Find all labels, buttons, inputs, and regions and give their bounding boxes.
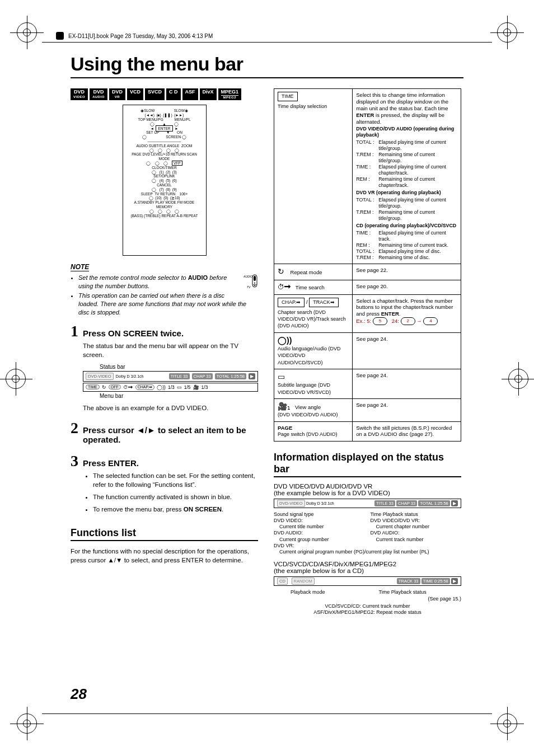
table-row-repeat: ↻ Repeat mode See page 22.	[274, 264, 461, 280]
step-3-bullet: The function currently activated is show…	[93, 492, 258, 501]
num-2-button-icon: 2	[401, 317, 415, 325]
timesearch-label: Time search	[296, 284, 325, 290]
clock-arrow-icon: ⏱➡	[123, 384, 133, 390]
step-number: 2	[71, 420, 78, 436]
callout-pg-pl: Current original program number (PG)/cur…	[274, 549, 461, 555]
audio-tv-switch-icon: AUDIO TV	[243, 274, 258, 292]
repeat-icon: ↻	[102, 384, 106, 390]
table-row-page: PAGEPage switch (DVD AUDIO) Switch the s…	[274, 421, 461, 441]
table-row-timesearch: ⏱➡ Time search See page 20.	[274, 280, 461, 294]
play-icon: ▶	[249, 373, 255, 379]
time-h2: DVD VR (operating during playback)	[356, 190, 457, 196]
step-1-text: The status bar and the menu bar will app…	[83, 341, 258, 359]
badge-asf: ASF	[182, 88, 198, 100]
time-intro: Select this to change time information d…	[356, 92, 448, 125]
audio-caption: Audio language/Audio (DVD VIDEO/DVD AUDI…	[278, 346, 341, 365]
timesearch-desc: See page 20.	[353, 280, 461, 294]
svg-text:TV: TV	[247, 285, 251, 289]
badge-dvd-video: DVDVIDEO	[71, 88, 88, 100]
crop-mark-icon	[497, 713, 517, 734]
menu-chap: CHAP.➡	[135, 384, 155, 390]
angle-icon: 🎥	[193, 384, 199, 390]
total-chip: TOTAL 1:25:58	[215, 373, 246, 379]
callouts2-right: Time Playback status (See page 15.)	[379, 589, 462, 602]
table-row-audio: ◯))Audio language/Audio (DVD VIDEO/DVD A…	[274, 332, 461, 369]
repeat-label: Repeat mode	[291, 269, 322, 275]
subtitle-icon: ▭	[177, 384, 182, 390]
functions-list-intro: For the functions with no special descri…	[71, 547, 258, 565]
page-desc: Switch the still pictures (B.S.P.) recor…	[353, 421, 461, 441]
step-3: 3 Press ENTER. The selected function can…	[71, 453, 258, 517]
menu-repeat-off: OFF	[109, 384, 121, 389]
menu-angle-frac: 1/3	[202, 384, 208, 390]
note-heading: NOTE	[71, 263, 89, 271]
num-4-button-icon: 4	[423, 317, 438, 325]
info-sub1: DVD VIDEO/DVD AUDIO/DVD VR (the example …	[274, 483, 461, 496]
table-row-chap: CHAP.➡ / TRACK➡ Chapter search (DVD VIDE…	[274, 294, 461, 332]
badge-vcd: VCD	[127, 88, 143, 100]
play-icon: ▶	[451, 578, 458, 584]
note-item: This operation can be carried out when t…	[78, 292, 258, 317]
status-bar-label: Status bar	[100, 364, 258, 370]
info-heading: Information displayed on the status bar	[274, 452, 461, 477]
remote-control-image: ◉SLOW SLOW◉ (◄◄) (■) (❚❚) (►►) TOP MENU/…	[123, 105, 207, 256]
step-3-bullet: To remove the menu bar, press ON SCREEN.	[93, 505, 258, 514]
badge-svcd: SVCD	[145, 88, 165, 100]
subtitle-desc: See page 24.	[353, 369, 461, 398]
disc-chip: DVD-VIDEO	[86, 373, 114, 380]
subtitle-caption: Subtitle language (DVD VIDEO/DVD VR/SVCD…	[278, 382, 331, 395]
step-1: 1 Press ON SCREEN twice. The status bar …	[71, 323, 258, 415]
media-badges: DVDVIDEO DVDAUDIO DVDVR VCD SVCD C D ASF…	[71, 88, 258, 100]
angle-caption: (DVD VIDEO/DVD AUDIO)	[278, 412, 338, 417]
chap-box: CHAP.➡	[278, 298, 305, 307]
badge-cd: C D	[166, 88, 181, 100]
angle-label: View angle	[295, 404, 321, 410]
step-3-bullet: The selected function can be set. For th…	[93, 471, 258, 489]
chap-caption: Chapter search (DVD VIDEO/DVD VR)/Track …	[278, 309, 346, 329]
table-row-time: TIME Time display selection Select this …	[274, 89, 461, 264]
step-3-heading: Press ENTER.	[83, 458, 258, 468]
dolby-chip: Dolby D 3/2.1ch	[116, 374, 144, 378]
step-2-heading: Press cursor ◄/► to select an item to be…	[83, 425, 258, 444]
chap-chip: CHAP 33	[192, 373, 213, 379]
table-row-angle: 🎥₁ View angle(DVD VIDEO/DVD AUDIO) See p…	[274, 398, 461, 421]
callouts-left: Sound signal type DVD VIDEO: Current tit…	[274, 511, 365, 550]
left-right-arrow-icon: ◄/►	[137, 425, 156, 435]
track-box: TRACK➡	[309, 298, 339, 307]
audio-icon: ◯))	[157, 384, 166, 390]
clock-arrow-icon: ⏱➡	[278, 283, 291, 291]
callouts2-left: Playback mode	[274, 589, 373, 602]
book-info-text: EX-D11[U].book Page 28 Tuesday, May 30, …	[68, 33, 213, 39]
functions-list-heading: Functions list	[71, 527, 258, 541]
svg-rect-2	[254, 276, 256, 281]
crop-mark-icon	[508, 369, 528, 389]
audio-icon: ◯))	[278, 336, 292, 345]
header-rule	[42, 42, 492, 43]
crop-mark-icon	[17, 713, 37, 734]
repeat-desc: See page 22.	[353, 264, 461, 280]
note-block: NOTE AUDIO TV	[71, 261, 258, 316]
badge-dvd-vr: DVDVR	[109, 88, 125, 100]
step-number: 1	[71, 323, 78, 339]
time-h1: DVD VIDEO/DVD AUDIO (operating during pl…	[356, 126, 457, 138]
step-1-caption: The above is an example for a DVD VIDEO.	[83, 403, 258, 412]
menu-subtitle-frac: 1/5	[184, 384, 191, 390]
step-2: 2 Press cursor ◄/► to select an item to …	[71, 420, 258, 448]
time-caption: Time display selection	[278, 104, 327, 109]
title-rule	[71, 77, 463, 78]
subtitle-icon: ▭	[278, 372, 285, 381]
chap-example: Ex.: 5: 5 24: 2 → 4	[356, 318, 438, 324]
badge-mpeg: MPEG1MPEG2	[218, 88, 242, 100]
chap-desc: Select a chapter/track. Press the number…	[356, 298, 453, 317]
audio-desc: See page 24.	[353, 332, 461, 369]
crop-mark-icon	[17, 22, 37, 43]
status-example-dvd: DVD-VIDEO Dolby D 3/2.1ch TITLE 33 CHAP …	[274, 499, 461, 508]
time-box: TIME	[278, 92, 298, 101]
up-down-arrow-icon: ▲/▼	[107, 557, 122, 564]
book-icon	[56, 32, 64, 40]
footer-rule	[42, 713, 492, 714]
menu-bar-label: Menu bar	[100, 393, 258, 399]
functions-table: TIME Time display selection Select this …	[274, 88, 461, 442]
num-5-button-icon: 5	[373, 317, 387, 325]
book-header: EX-D11[U].book Page 28 Tuesday, May 30, …	[56, 32, 213, 40]
